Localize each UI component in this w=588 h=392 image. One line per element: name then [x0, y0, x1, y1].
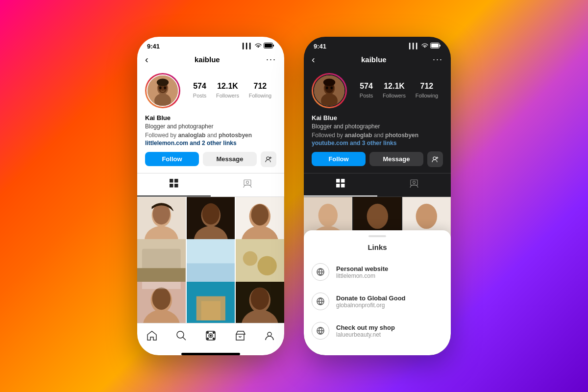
svg-rect-69: [336, 179, 340, 183]
photo-9-light[interactable]: [236, 282, 284, 323]
back-button-dark[interactable]: ‹: [312, 54, 315, 65]
tab-person-light[interactable]: [211, 173, 284, 196]
link-item-0[interactable]: Personal website littlelemon.com: [304, 257, 451, 287]
stat-followers-dark[interactable]: 12.1K Followers: [383, 82, 406, 99]
svg-point-8: [159, 87, 162, 90]
add-user-button-light[interactable]: [261, 151, 276, 167]
nav-search-light[interactable]: [172, 328, 191, 343]
person-icon-dark: [409, 179, 419, 191]
phone-dark: 9:41 ▎▎▎ ‹ kaiblue ···: [304, 37, 451, 355]
link-text-group-1: Donate to Global Good globalnonprofit.or…: [336, 294, 443, 309]
home-indicator-light: [181, 353, 240, 355]
action-buttons-light: Follow Message: [145, 151, 276, 167]
profile-links-light[interactable]: littlelemon.com and 2 other links: [145, 140, 276, 147]
svg-point-49: [177, 331, 184, 338]
link-text-group-2: Check out my shop lalueurbeauty.net: [336, 324, 443, 338]
sheet-handle: [368, 235, 386, 237]
posts-label-light: Posts: [193, 93, 207, 98]
stats-row-light: 574 Posts 12.1K Followers 712 Following: [188, 82, 276, 99]
action-buttons-dark: Follow Message: [312, 151, 443, 167]
photo-5-light[interactable]: [187, 239, 235, 288]
svg-point-10: [267, 157, 270, 160]
svg-point-24: [202, 203, 220, 224]
avatar-svg-light: [147, 74, 178, 107]
stat-following-dark[interactable]: 712 Following: [416, 82, 438, 99]
stat-posts-dark[interactable]: 574 Posts: [360, 82, 373, 99]
photo-6-light[interactable]: [236, 239, 284, 288]
tab-grid-dark[interactable]: [304, 173, 377, 196]
grid-icon-dark: [336, 178, 345, 191]
tab-grid-light[interactable]: [137, 173, 211, 196]
signal-icon-dark: ▎▎▎: [409, 43, 419, 49]
nav-profile-light[interactable]: [260, 328, 279, 343]
photo-2-light[interactable]: [187, 197, 235, 245]
wifi-icon-dark: [421, 43, 428, 50]
svg-point-66: [326, 87, 328, 90]
svg-point-56: [207, 338, 209, 340]
nav-shop-light[interactable]: [230, 328, 250, 343]
follow-button-light[interactable]: Follow: [145, 152, 199, 166]
message-button-light[interactable]: Message: [203, 152, 257, 166]
tab-person-dark[interactable]: [377, 173, 451, 196]
photo-3-light[interactable]: [236, 197, 284, 245]
stats-row-dark: 574 Posts 12.1K Followers 712 Following: [355, 82, 443, 99]
svg-rect-59: [431, 44, 439, 48]
following-number-dark: 712: [416, 82, 438, 91]
link-url-0: littlelemon.com: [336, 272, 443, 279]
link-title-2: Check out my shop: [336, 324, 443, 331]
stat-following-light[interactable]: 712 Following: [249, 82, 271, 99]
following-number-light: 712: [249, 82, 271, 91]
link-item-1[interactable]: Donate to Global Good globalnonprofit.or…: [304, 287, 451, 316]
svg-point-81: [416, 204, 437, 229]
battery-icon: [264, 43, 274, 50]
profile-followed-light: Followed by analoglab and photosbyen: [145, 132, 276, 139]
stat-followers-light[interactable]: 12.1K Followers: [216, 82, 239, 99]
add-user-button-dark[interactable]: [427, 151, 443, 167]
person-icon-light: [243, 179, 252, 191]
signal-icon: ▎▎▎: [243, 43, 253, 49]
bottom-sheet: Links Personal website littlelemon.com: [304, 230, 451, 355]
photo-1-light[interactable]: [137, 197, 186, 245]
nav-home-light[interactable]: [142, 328, 162, 343]
photo-7-light[interactable]: [137, 282, 186, 323]
svg-rect-72: [341, 184, 345, 188]
svg-rect-13: [170, 184, 173, 188]
nav-bar-dark: ‹ kaiblue ···: [304, 52, 451, 69]
svg-rect-11: [170, 179, 173, 183]
followers-number-dark: 12.1K: [383, 82, 406, 91]
svg-point-74: [413, 181, 416, 183]
profile-links-dark[interactable]: youtube.com and 3 other links: [312, 140, 443, 147]
photo-8-light[interactable]: [187, 282, 235, 323]
profile-name-dark: Kai Blue: [312, 114, 443, 122]
avatar-container-light: [145, 73, 180, 108]
link-item-2[interactable]: Check out my shop lalueurbeauty.net: [304, 316, 451, 345]
nav-reels-light[interactable]: [201, 328, 220, 343]
time-light: 9:41: [147, 43, 160, 50]
photo-grid-light: [137, 197, 284, 323]
svg-rect-71: [336, 184, 340, 188]
svg-rect-15: [244, 180, 251, 185]
status-bar-light: 9:41 ▎▎▎: [137, 37, 284, 52]
follower2-dark: photosbyen: [385, 132, 418, 139]
link-title-1: Donate to Global Good: [336, 294, 443, 302]
svg-point-54: [213, 332, 215, 334]
svg-point-35: [243, 251, 258, 266]
back-button-light[interactable]: ‹: [145, 54, 148, 65]
profile-name-light: Kai Blue: [145, 114, 276, 122]
link-title-0: Personal website: [336, 265, 443, 272]
battery-icon-dark: [430, 43, 441, 50]
svg-point-7: [157, 79, 169, 86]
tab-bar-light: [137, 173, 284, 197]
svg-point-48: [251, 287, 269, 309]
more-button-dark[interactable]: ···: [433, 54, 443, 65]
more-button-light[interactable]: ···: [266, 54, 276, 65]
follow-button-dark[interactable]: Follow: [312, 152, 366, 166]
grid-icon-light: [169, 178, 179, 191]
svg-rect-70: [341, 179, 345, 183]
avatar-container-dark: [312, 73, 347, 108]
stat-posts-light[interactable]: 574 Posts: [193, 82, 207, 99]
photo-4-light[interactable]: [137, 239, 186, 288]
svg-rect-1: [265, 44, 272, 48]
message-button-dark[interactable]: Message: [369, 152, 423, 166]
svg-rect-44: [201, 301, 220, 320]
